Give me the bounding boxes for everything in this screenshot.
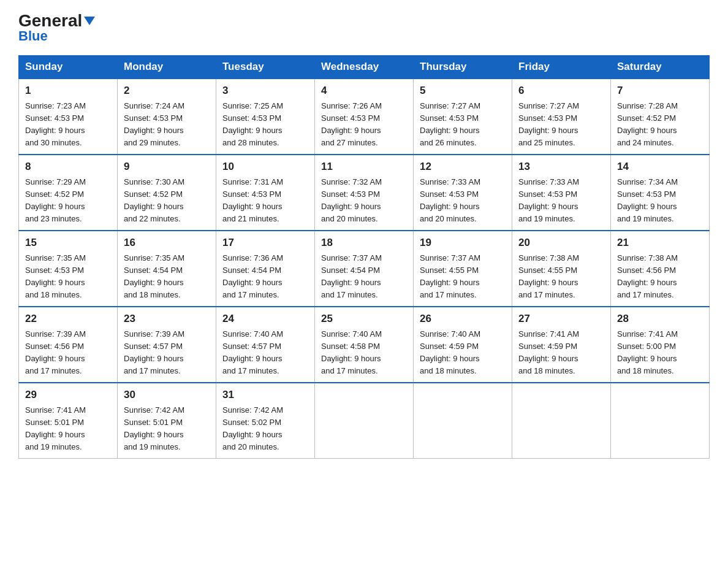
day-number: 16 <box>124 235 210 251</box>
calendar-cell: 6Sunrise: 7:27 AMSunset: 4:53 PMDaylight… <box>512 79 611 155</box>
sunset-text: Sunset: 5:00 PM <box>617 342 676 351</box>
cell-content: Sunrise: 7:39 AMSunset: 4:57 PMDaylight:… <box>124 328 210 378</box>
day-number: 22 <box>25 311 111 327</box>
sunset-text: Sunset: 4:54 PM <box>222 266 281 275</box>
calendar-cell: 3Sunrise: 7:25 AMSunset: 4:53 PMDaylight… <box>216 79 315 155</box>
cell-content: Sunrise: 7:24 AMSunset: 4:53 PMDaylight:… <box>124 100 210 150</box>
daylight-minutes: and 25 minutes. <box>518 138 575 147</box>
calendar-cell: 5Sunrise: 7:27 AMSunset: 4:53 PMDaylight… <box>414 79 512 155</box>
calendar-cell: 16Sunrise: 7:35 AMSunset: 4:54 PMDayligh… <box>118 231 216 307</box>
logo-text: General <box>18 12 95 29</box>
daylight-text: Daylight: 9 hours <box>420 354 480 363</box>
sunrise-text: Sunrise: 7:33 AM <box>518 177 579 186</box>
sunrise-text: Sunrise: 7:24 AM <box>124 101 184 110</box>
calendar-cell <box>414 383 512 459</box>
calendar-cell: 13Sunrise: 7:33 AMSunset: 4:53 PMDayligh… <box>512 155 611 231</box>
calendar-cell: 2Sunrise: 7:24 AMSunset: 4:53 PMDaylight… <box>118 79 216 155</box>
day-number: 12 <box>420 159 506 175</box>
sunrise-text: Sunrise: 7:41 AM <box>518 329 579 339</box>
daylight-text: Daylight: 9 hours <box>25 278 85 287</box>
daylight-minutes: and 17 minutes. <box>518 290 575 299</box>
sunrise-text: Sunrise: 7:30 AM <box>124 177 184 186</box>
sunset-text: Sunset: 4:54 PM <box>321 266 380 275</box>
daylight-minutes: and 19 minutes. <box>617 214 674 223</box>
daylight-minutes: and 27 minutes. <box>321 138 378 147</box>
calendar-cell: 12Sunrise: 7:33 AMSunset: 4:53 PMDayligh… <box>414 155 512 231</box>
daylight-text: Daylight: 9 hours <box>321 126 381 135</box>
sunrise-text: Sunrise: 7:31 AM <box>222 177 283 186</box>
day-number: 8 <box>25 159 111 175</box>
daylight-minutes: and 17 minutes. <box>321 290 378 299</box>
calendar-cell: 14Sunrise: 7:34 AMSunset: 4:53 PMDayligh… <box>611 155 710 231</box>
daylight-text: Daylight: 9 hours <box>420 278 480 287</box>
day-number: 7 <box>617 83 703 99</box>
cell-content: Sunrise: 7:31 AMSunset: 4:53 PMDaylight:… <box>222 176 308 226</box>
calendar-cell: 30Sunrise: 7:42 AMSunset: 5:01 PMDayligh… <box>118 383 216 459</box>
calendar-cell: 29Sunrise: 7:41 AMSunset: 5:01 PMDayligh… <box>19 383 118 459</box>
daylight-minutes: and 18 minutes. <box>420 366 477 375</box>
daylight-minutes: and 22 minutes. <box>124 214 181 223</box>
daylight-text: Daylight: 9 hours <box>124 278 184 287</box>
cell-content: Sunrise: 7:30 AMSunset: 4:52 PMDaylight:… <box>124 176 210 226</box>
calendar-cell: 10Sunrise: 7:31 AMSunset: 4:53 PMDayligh… <box>216 155 315 231</box>
cell-content: Sunrise: 7:41 AMSunset: 5:01 PMDaylight:… <box>25 404 111 454</box>
sunset-text: Sunset: 4:53 PM <box>321 113 380 123</box>
day-number: 24 <box>222 311 308 327</box>
sunrise-text: Sunrise: 7:29 AM <box>25 177 86 186</box>
day-number: 6 <box>518 83 604 99</box>
sunset-text: Sunset: 4:53 PM <box>420 190 479 199</box>
sunset-text: Sunset: 4:58 PM <box>321 342 380 351</box>
day-header-thursday: Thursday <box>414 56 512 79</box>
calendar-cell: 15Sunrise: 7:35 AMSunset: 4:53 PMDayligh… <box>19 231 118 307</box>
sunset-text: Sunset: 4:53 PM <box>321 190 380 199</box>
week-row-4: 22Sunrise: 7:39 AMSunset: 4:56 PMDayligh… <box>19 307 710 383</box>
sunrise-text: Sunrise: 7:39 AM <box>124 329 184 339</box>
daylight-text: Daylight: 9 hours <box>420 126 480 135</box>
day-number: 13 <box>518 159 604 175</box>
daylight-text: Daylight: 9 hours <box>321 202 381 211</box>
day-number: 5 <box>420 83 506 99</box>
daylight-minutes: and 17 minutes. <box>420 290 477 299</box>
calendar-cell: 11Sunrise: 7:32 AMSunset: 4:53 PMDayligh… <box>315 155 414 231</box>
daylight-minutes: and 19 minutes. <box>124 442 181 451</box>
daylight-minutes: and 19 minutes. <box>518 214 575 223</box>
daylight-minutes: and 26 minutes. <box>420 138 477 147</box>
daylight-text: Daylight: 9 hours <box>25 202 85 211</box>
daylight-text: Daylight: 9 hours <box>617 202 677 211</box>
sunset-text: Sunset: 4:53 PM <box>25 266 84 275</box>
daylight-minutes: and 18 minutes. <box>124 290 181 299</box>
cell-content: Sunrise: 7:38 AMSunset: 4:55 PMDaylight:… <box>518 252 604 302</box>
day-number: 11 <box>321 159 407 175</box>
sunrise-text: Sunrise: 7:35 AM <box>25 253 86 262</box>
day-number: 21 <box>617 235 703 251</box>
sunrise-text: Sunrise: 7:26 AM <box>321 101 382 110</box>
daylight-minutes: and 17 minutes. <box>124 366 181 375</box>
sunrise-text: Sunrise: 7:40 AM <box>222 329 283 339</box>
calendar-cell: 24Sunrise: 7:40 AMSunset: 4:57 PMDayligh… <box>216 307 315 383</box>
sunrise-text: Sunrise: 7:23 AM <box>25 101 86 110</box>
cell-content: Sunrise: 7:25 AMSunset: 4:53 PMDaylight:… <box>222 100 308 150</box>
daylight-minutes: and 20 minutes. <box>420 214 477 223</box>
daylight-text: Daylight: 9 hours <box>25 354 85 363</box>
sunrise-text: Sunrise: 7:40 AM <box>321 329 382 339</box>
daylight-minutes: and 30 minutes. <box>25 138 82 147</box>
day-number: 2 <box>124 83 210 99</box>
daylight-minutes: and 29 minutes. <box>124 138 181 147</box>
day-number: 19 <box>420 235 506 251</box>
sunset-text: Sunset: 4:56 PM <box>25 342 84 351</box>
daylight-text: Daylight: 9 hours <box>222 202 282 211</box>
sunrise-text: Sunrise: 7:37 AM <box>321 253 382 262</box>
daylight-minutes: and 28 minutes. <box>222 138 279 147</box>
calendar-cell <box>315 383 414 459</box>
cell-content: Sunrise: 7:40 AMSunset: 4:58 PMDaylight:… <box>321 328 407 378</box>
sunset-text: Sunset: 4:53 PM <box>124 113 183 123</box>
calendar-cell: 23Sunrise: 7:39 AMSunset: 4:57 PMDayligh… <box>118 307 216 383</box>
calendar-cell: 22Sunrise: 7:39 AMSunset: 4:56 PMDayligh… <box>19 307 118 383</box>
sunrise-text: Sunrise: 7:32 AM <box>321 177 382 186</box>
daylight-text: Daylight: 9 hours <box>617 278 677 287</box>
daylight-minutes: and 17 minutes. <box>617 290 674 299</box>
cell-content: Sunrise: 7:42 AMSunset: 5:02 PMDaylight:… <box>222 404 308 454</box>
day-number: 4 <box>321 83 407 99</box>
calendar-cell: 18Sunrise: 7:37 AMSunset: 4:54 PMDayligh… <box>315 231 414 307</box>
daylight-text: Daylight: 9 hours <box>124 126 184 135</box>
